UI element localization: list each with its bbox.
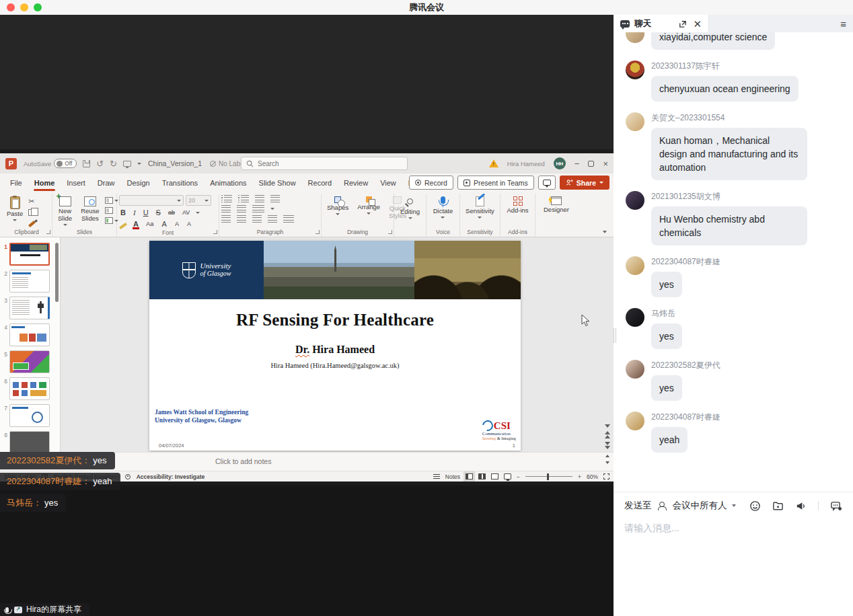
- designer-button[interactable]: Designer: [540, 195, 572, 215]
- reading-view-icon[interactable]: [491, 473, 498, 479]
- zoom-percentage[interactable]: 60%: [587, 473, 598, 480]
- align-left-icon[interactable]: [221, 215, 231, 223]
- fit-to-window-icon[interactable]: [603, 473, 609, 479]
- align-center-icon[interactable]: [237, 215, 246, 223]
- reset-slide-icon[interactable]: [105, 207, 113, 214]
- redo-icon[interactable]: ↻: [110, 159, 117, 168]
- notes-scroll-up-icon[interactable]: [605, 455, 609, 457]
- emoji-icon[interactable]: [749, 500, 761, 512]
- slide-sorter-view-icon[interactable]: [478, 473, 486, 479]
- undo-icon[interactable]: ↺: [96, 159, 104, 168]
- ppt-tab-record[interactable]: Record: [302, 176, 338, 190]
- search-input[interactable]: [258, 160, 392, 167]
- previous-slide-icon[interactable]: [605, 431, 610, 438]
- editing-button[interactable]: Editing: [397, 195, 423, 221]
- italic-button[interactable]: I: [132, 208, 137, 217]
- audience-selector[interactable]: 会议中所有人: [659, 500, 736, 512]
- share-button[interactable]: Share: [560, 176, 609, 190]
- ppt-tab-transitions[interactable]: Transitions: [156, 176, 204, 190]
- ppt-tab-slideshow[interactable]: Slide Show: [253, 176, 302, 190]
- numbering-icon[interactable]: [238, 195, 249, 202]
- paste-button[interactable]: Paste: [3, 195, 26, 223]
- scroll-down-icon[interactable]: [605, 424, 610, 428]
- slide-1-editor[interactable]: University of Glasgow RF Sensing For Hea…: [149, 241, 521, 451]
- ppt-tab-view[interactable]: View: [374, 176, 402, 190]
- cut-icon[interactable]: ✂: [28, 197, 36, 206]
- account-name[interactable]: Hira Hameed: [507, 160, 545, 167]
- drawing-dialog-launcher[interactable]: [388, 230, 392, 234]
- announcement-icon[interactable]: [795, 500, 807, 512]
- slide-thumbnail-2[interactable]: 2: [1, 270, 60, 293]
- zoom-slider[interactable]: [525, 476, 572, 477]
- autosave-toggle[interactable]: AutoSave Off: [24, 159, 77, 168]
- search-box[interactable]: [241, 157, 408, 170]
- change-case-button[interactable]: Aa: [145, 219, 155, 229]
- panel-resize-handle[interactable]: [614, 328, 616, 343]
- ppt-tab-insert[interactable]: Insert: [61, 176, 91, 190]
- notes-scroll-down-icon[interactable]: [605, 461, 609, 464]
- avatar[interactable]: [626, 191, 644, 210]
- panel-menu-icon[interactable]: ≡: [840, 18, 846, 30]
- shrink-font-button[interactable]: A: [174, 219, 180, 229]
- paragraph-dialog-launcher[interactable]: [316, 230, 320, 234]
- bold-button[interactable]: B: [119, 208, 127, 217]
- restore-window-icon[interactable]: [588, 161, 594, 167]
- notes-toggle-icon[interactable]: [433, 474, 440, 479]
- zoom-in-icon[interactable]: +: [578, 473, 581, 480]
- normal-view-icon[interactable]: [466, 473, 473, 479]
- avatar[interactable]: [626, 412, 644, 430]
- avatar[interactable]: [626, 61, 644, 79]
- sensitivity-button[interactable]: Sensitivity: [462, 195, 498, 220]
- slide-thumbnail-3[interactable]: 3: [1, 297, 60, 319]
- comments-button[interactable]: [538, 176, 556, 190]
- font-color-button[interactable]: A: [133, 221, 139, 227]
- close-chat-icon[interactable]: ✕: [693, 19, 702, 29]
- section-icon[interactable]: [105, 217, 113, 224]
- shapes-button[interactable]: Shapes: [324, 195, 352, 217]
- slide-thumbnail-7[interactable]: 7: [1, 404, 60, 427]
- font-name-combo[interactable]: [119, 195, 184, 206]
- slide-thumbnail-6[interactable]: 6: [1, 377, 60, 400]
- columns-icon[interactable]: [252, 205, 264, 213]
- copy-icon[interactable]: [28, 209, 34, 216]
- present-in-teams-button[interactable]: Present in Teams: [457, 176, 534, 190]
- avatar[interactable]: [626, 112, 644, 131]
- ppt-tab-animations[interactable]: Animations: [204, 176, 252, 190]
- slide-thumbnail-8[interactable]: 8: [1, 431, 60, 454]
- slide-thumbnail-1[interactable]: 1: [1, 243, 60, 266]
- qat-customize-icon[interactable]: [137, 163, 141, 165]
- avatar[interactable]: [626, 360, 644, 379]
- warning-icon[interactable]: [489, 159, 498, 167]
- bullets-icon[interactable]: [221, 195, 232, 202]
- dictate-button[interactable]: Dictate: [430, 195, 457, 220]
- sort-text-icon[interactable]: [270, 195, 280, 202]
- reuse-slides-button[interactable]: Reuse Slides: [77, 195, 102, 224]
- zoom-out-icon[interactable]: −: [517, 473, 520, 480]
- next-slide-icon[interactable]: [605, 442, 610, 449]
- save-icon[interactable]: [83, 160, 90, 167]
- minimize-window-icon[interactable]: −: [574, 159, 580, 169]
- slide-layout-icon[interactable]: [105, 197, 113, 204]
- notes-toggle-label[interactable]: Notes: [445, 473, 460, 480]
- powerpoint-app-icon[interactable]: P: [5, 158, 17, 169]
- close-window-icon[interactable]: ×: [603, 159, 608, 169]
- message-input[interactable]: [624, 523, 826, 533]
- ppt-tab-draw[interactable]: Draw: [91, 176, 121, 190]
- clear-formatting-button[interactable]: A: [186, 219, 192, 229]
- underline-button[interactable]: U: [142, 208, 150, 217]
- strikethrough-button[interactable]: S: [155, 208, 162, 217]
- align-right-icon[interactable]: [252, 215, 262, 223]
- chat-message-list[interactable]: xiayidai,computer science 2023301137陈宇轩 …: [614, 32, 853, 492]
- ppt-tab-home[interactable]: Home: [28, 176, 61, 190]
- arrange-button[interactable]: Arrange: [354, 195, 383, 216]
- avatar[interactable]: [626, 256, 644, 275]
- ppt-tab-file[interactable]: File: [4, 176, 28, 190]
- avatar[interactable]: [626, 308, 644, 327]
- increase-indent-icon[interactable]: [237, 205, 246, 213]
- line-spacing-icon[interactable]: [255, 195, 264, 202]
- collapse-ribbon-icon[interactable]: [603, 231, 607, 233]
- slideshow-view-icon[interactable]: [504, 473, 511, 479]
- slide-thumbnail-4[interactable]: 4: [1, 323, 60, 346]
- thumbnail-scrollbar[interactable]: [55, 243, 59, 302]
- format-painter-icon[interactable]: [28, 221, 36, 227]
